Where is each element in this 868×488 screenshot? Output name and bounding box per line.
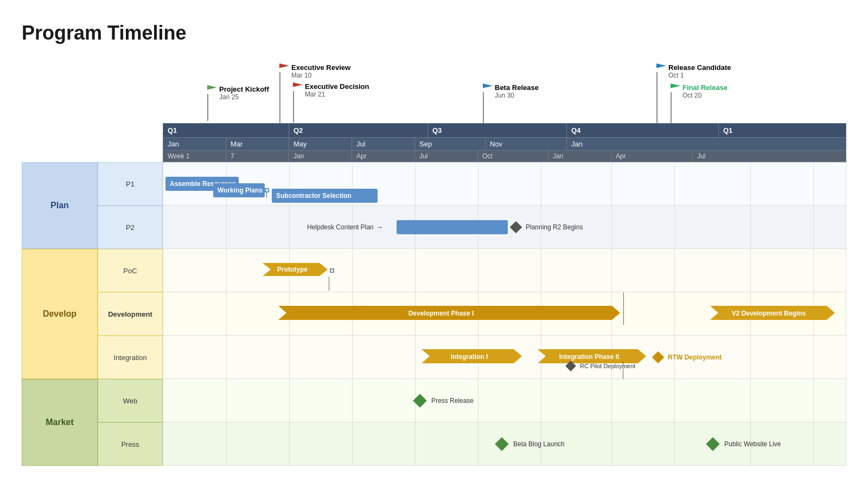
nov-cell: Nov (486, 138, 567, 150)
web-row: Press Release (163, 379, 846, 422)
rtw-label: RTW Deployment (668, 354, 722, 361)
exec-review-date: Mar 10 (291, 72, 350, 79)
vline (226, 336, 227, 378)
jan2-cell: Jan (567, 138, 846, 150)
svg-text:Integration I: Integration I (451, 353, 488, 361)
vline (611, 163, 612, 205)
vline (226, 249, 227, 292)
q1-cell: Q1 (163, 124, 289, 137)
week7-cell: 7 (226, 151, 289, 162)
vline (750, 379, 751, 422)
vline (813, 379, 814, 422)
week1-cell: Week 1 (163, 151, 226, 162)
svg-text:V2 Development Begins: V2 Development Begins (732, 310, 806, 317)
vline (226, 379, 227, 422)
q2-cell: Q2 (289, 124, 428, 137)
milestones-area: Project Kickoff Jan 25 Executive Review … (163, 61, 846, 123)
jul2-w-cell: Jul (693, 151, 846, 162)
p1-row: Assemble Resources Working Plans Subcont… (163, 162, 846, 206)
helpdesk-content-plan: Helpdesk Content Plan → (307, 223, 384, 232)
vline (611, 422, 612, 465)
vline (289, 336, 290, 378)
vline (813, 206, 814, 248)
public-website-diamond (706, 437, 719, 451)
beta-release-date: Jun 30 (495, 92, 539, 99)
vline (478, 163, 478, 205)
milestone-beta-release: Beta Release Jun 30 (483, 84, 539, 124)
vline (674, 292, 675, 335)
mar-cell: Mar (226, 138, 289, 150)
dev-int-connector (623, 292, 624, 325)
vline (813, 422, 814, 465)
kickoff-date: Jan 25 (219, 93, 269, 101)
vline (611, 379, 612, 422)
q3-cell: Q3 (428, 124, 567, 137)
final-release-date: Oct 20 (682, 92, 727, 99)
svg-text:Prototype: Prototype (277, 266, 308, 273)
vline (478, 422, 478, 465)
vline (415, 422, 416, 465)
vline (415, 336, 416, 378)
rc-pilot-diamond (565, 361, 576, 371)
vline (226, 206, 227, 248)
subcontractor-selection-bar: Subcontractor Selection (272, 189, 378, 203)
exec-review-label: Executive Review (291, 63, 350, 72)
p2-bar (397, 220, 508, 234)
vline (750, 249, 751, 292)
vline (674, 163, 675, 205)
plan-sublabels: P1 P2 (98, 162, 163, 249)
vline (611, 249, 612, 292)
prototype-end (330, 268, 334, 273)
vline (813, 249, 814, 292)
vline (478, 379, 478, 422)
working-plans-bar: Working Plans (213, 183, 265, 197)
vline (750, 163, 751, 205)
vline (541, 163, 541, 205)
vline (352, 422, 353, 465)
beta-blog-diamond (495, 437, 508, 451)
beta-blog-group: Beta Blog Launch (497, 439, 565, 449)
p2-row: Helpdesk Content Plan → Planning R2 Begi… (163, 206, 846, 249)
market-sublabels: Web Press (98, 379, 163, 466)
jan2-w-cell: Jan (548, 151, 611, 162)
develop-group-label: Develop (22, 249, 98, 379)
web-label: Web (98, 379, 163, 422)
working-plans-end (265, 188, 269, 192)
press-release-label: Press Release (431, 397, 474, 404)
vline (750, 206, 751, 248)
rtw-group: RTW Deployment (654, 353, 722, 362)
planning-r2-group: Planning R2 Begins (512, 223, 583, 232)
header-rows: Q1 Q2 Q3 Q4 Q1 Jan Mar May Jul Sep Nov J… (163, 123, 846, 162)
rc-pilot-label: RC Pilot Deployment (580, 363, 635, 369)
final-release-label: Final Release (682, 84, 727, 92)
week-row: Week 1 7 Jan Apr Jul Oct Jan Apr Jul (163, 151, 846, 162)
svg-text:Integration Phase II: Integration Phase II (559, 353, 620, 361)
vline (226, 292, 227, 335)
jan-cell: Jan (163, 138, 226, 150)
dev-row: Development Phase I V2 Development Begin… (163, 292, 846, 336)
press-label: Press (98, 422, 163, 466)
beta-blog-label: Beta Blog Launch (513, 440, 565, 448)
press-row: Beta Blog Launch Public Website Live (163, 422, 846, 466)
vline (415, 163, 416, 205)
vline (750, 336, 751, 378)
vline (352, 249, 353, 292)
integration-row: Integration I Integration Phase II RC Pi… (163, 336, 846, 379)
vline (813, 336, 814, 378)
gantt-chart: Assemble Resources Working Plans Subcont… (163, 162, 846, 466)
timeline-container: Project Kickoff Jan 25 Executive Review … (22, 61, 846, 466)
milestone-final-release: Final Release Oct 20 (671, 84, 727, 124)
poc-row: Prototype (163, 249, 846, 292)
vline (289, 379, 290, 422)
plan-group: Plan P1 P2 (22, 162, 163, 249)
vline (541, 249, 541, 292)
labels-area: Plan P1 P2 Develop PoC Development Integ… (22, 162, 163, 466)
p2-label: P2 (98, 206, 163, 249)
poc-label: PoC (98, 249, 163, 292)
press-release-diamond (413, 394, 426, 407)
apr2-w-cell: Apr (611, 151, 693, 162)
exec-decision-date: Mar 21 (305, 91, 369, 98)
vline (813, 163, 814, 205)
vline (289, 206, 290, 248)
connector-v (266, 192, 267, 198)
